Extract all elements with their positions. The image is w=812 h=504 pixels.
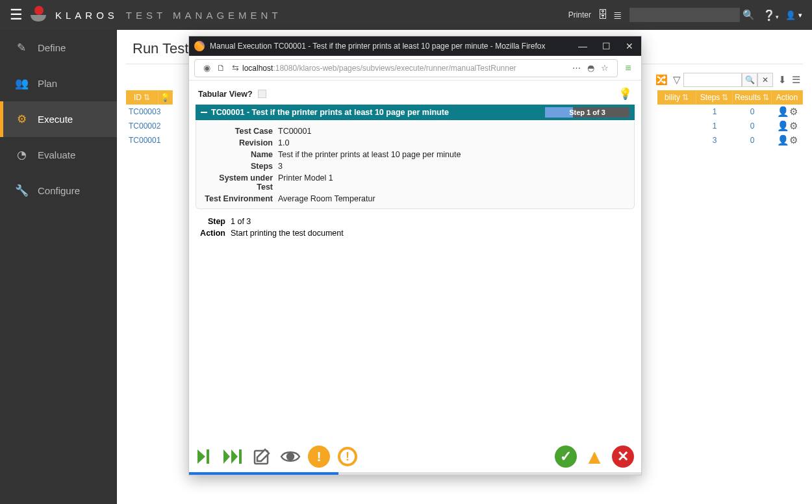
sidebar-item-label: Plan: [38, 78, 57, 89]
address-bar[interactable]: ◉ 🗋 ⇆ localhost:18080/klaros-web/pages/s…: [194, 59, 618, 77]
sidebar-item-label: Evaluate: [38, 149, 75, 160]
app-subtitle: TEST MANAGEMENT: [126, 10, 282, 21]
window-minimize-button[interactable]: —: [571, 41, 594, 51]
define-icon: ✎: [13, 41, 30, 55]
archive-icon[interactable]: 🗄: [598, 9, 608, 21]
execute-icon: ⚙: [13, 112, 30, 126]
svg-rect-1: [239, 449, 242, 464]
testcase-header[interactable]: TC00001 - Test if the printer prints at …: [196, 105, 635, 120]
meta-testcase: TC00001: [278, 127, 311, 136]
svg-rect-0: [207, 449, 209, 464]
menu-icon[interactable]: ☰: [792, 74, 800, 86]
evaluate-icon: ◔: [13, 148, 30, 162]
meta-revision: 1.0: [278, 138, 289, 147]
col-traceability[interactable]: bility⇅: [657, 90, 696, 105]
browser-toolbar: ◉ 🗋 ⇆ localhost:18080/klaros-web/pages/s…: [189, 56, 641, 81]
search-icon[interactable]: 🔍: [742, 9, 755, 21]
results-cell[interactable]: 0: [733, 121, 772, 131]
url-text: localhost:18080/klaros-web/pages/subview…: [242, 64, 516, 73]
error-button[interactable]: ▲: [583, 445, 606, 468]
sidebar-item-plan[interactable]: 👥 Plan: [0, 66, 117, 101]
filter-icon[interactable]: ▽: [673, 74, 681, 86]
results-cell[interactable]: 0: [733, 107, 772, 116]
sidebar-item-configure[interactable]: 🔧 Configure: [0, 173, 117, 208]
sidebar-item-label: Define: [38, 42, 66, 53]
configure-icon: 🔧: [13, 184, 30, 197]
results-cell[interactable]: 0: [733, 136, 772, 145]
steps-cell[interactable]: 3: [696, 136, 733, 145]
next-step-button[interactable]: [193, 445, 216, 468]
col-lightbulb[interactable]: 💡: [159, 90, 173, 105]
reader-icon[interactable]: ◓: [587, 63, 594, 73]
permissions-icon[interactable]: ⇆: [232, 63, 239, 73]
top-bar: ☰ KLAROS TEST MANAGEMENT Printer 🗄 ≣ 🔍 ❔…: [0, 0, 812, 30]
tabular-view-label: Tabular View?: [198, 90, 253, 99]
window-titlebar[interactable]: Manual Execution TC00001 - Test if the p…: [189, 36, 641, 56]
steps-cell[interactable]: 1: [696, 121, 733, 131]
sidebar-item-define[interactable]: ✎ Define: [0, 30, 117, 66]
meta-environment: Average Room Temperatur: [278, 194, 375, 203]
window-title: Manual Execution TC00001 - Test if the p…: [210, 42, 571, 51]
svg-point-3: [287, 453, 294, 460]
fail-button[interactable]: ✕: [611, 445, 635, 468]
test-runner-window: Manual Execution TC00001 - Test if the p…: [188, 36, 642, 475]
meta-steps: 3: [278, 162, 283, 171]
page-load-progress: [189, 472, 641, 475]
testcase-title: TC00001 - Test if the printer prints at …: [211, 108, 449, 117]
tabular-view-checkbox[interactable]: [258, 90, 266, 98]
shield-icon[interactable]: ◉: [203, 63, 210, 73]
window-close-button[interactable]: ✕: [618, 41, 641, 51]
col-results[interactable]: Results⇅: [733, 90, 772, 105]
page-icon: 🗋: [217, 63, 225, 73]
step-counter: 1 of 3: [231, 217, 251, 226]
hamburger-menu-icon[interactable]: ≡: [620, 62, 636, 74]
runner-toolbar: ! ! ✓ ▲ ✕: [189, 441, 641, 472]
sidebar: ✎ Define 👥 Plan ⚙ Execute ◔ Evaluate 🔧 C…: [0, 30, 117, 504]
plan-icon: 👥: [13, 77, 30, 90]
table-search-button[interactable]: 🔍: [742, 73, 757, 87]
view-button[interactable]: [279, 445, 302, 468]
app-logo: [29, 6, 47, 24]
col-steps[interactable]: Steps⇅: [696, 90, 733, 105]
download-icon[interactable]: ⬇: [778, 74, 787, 86]
app-brand: KLAROS: [55, 10, 118, 21]
pass-button[interactable]: ✓: [554, 445, 577, 468]
warning-button[interactable]: !: [307, 445, 331, 468]
testcase-meta: Test CaseTC00001 Revision1.0 NameTest if…: [196, 121, 635, 209]
table-search-input[interactable]: [683, 73, 742, 87]
hierarchy-icon[interactable]: 🔀: [655, 74, 668, 86]
row-action-icon[interactable]: 👤⚙: [772, 120, 803, 132]
sidebar-item-evaluate[interactable]: ◔ Evaluate: [0, 137, 117, 173]
sidebar-item-execute[interactable]: ⚙ Execute: [0, 101, 117, 137]
help-icon[interactable]: ❔▾: [763, 9, 779, 21]
edit-button[interactable]: [250, 445, 273, 468]
global-search-input[interactable]: [629, 8, 740, 22]
sidebar-item-label: Configure: [38, 185, 80, 196]
col-id[interactable]: ID⇅: [126, 90, 159, 105]
bookmark-icon[interactable]: ☆: [601, 63, 609, 73]
current-step: Step1 of 3 ActionStart printing the test…: [194, 209, 636, 246]
firefox-icon: [194, 41, 205, 51]
tc-link[interactable]: TC00003: [126, 107, 165, 116]
row-action-icon[interactable]: 👤⚙: [772, 106, 803, 118]
table-clear-button[interactable]: ✕: [757, 73, 773, 87]
info-button[interactable]: !: [336, 445, 359, 468]
collapse-icon[interactable]: [201, 112, 207, 113]
user-menu[interactable]: 👤▾: [785, 10, 802, 20]
window-maximize-button[interactable]: ☐: [594, 41, 618, 51]
tc-link[interactable]: TC00002: [126, 121, 165, 131]
steps-cell[interactable]: 1: [696, 107, 733, 116]
col-action: Action: [772, 90, 803, 105]
page-actions-icon[interactable]: ⋯: [572, 63, 581, 73]
menu-toggle-icon[interactable]: ☰: [10, 6, 23, 23]
project-label: Printer: [568, 10, 591, 19]
step-action: Start printing the test document: [231, 229, 344, 238]
skip-button[interactable]: [222, 445, 245, 468]
row-action-icon[interactable]: 👤⚙: [772, 134, 803, 146]
meta-name: Test if the printer prints at least 10 p…: [278, 150, 461, 159]
hint-icon[interactable]: 💡: [618, 87, 632, 101]
sidebar-item-label: Execute: [38, 114, 73, 125]
list-icon[interactable]: ≣: [613, 9, 622, 21]
step-progress: Step 1 of 3: [545, 107, 629, 118]
tc-link[interactable]: TC00001: [126, 136, 165, 145]
